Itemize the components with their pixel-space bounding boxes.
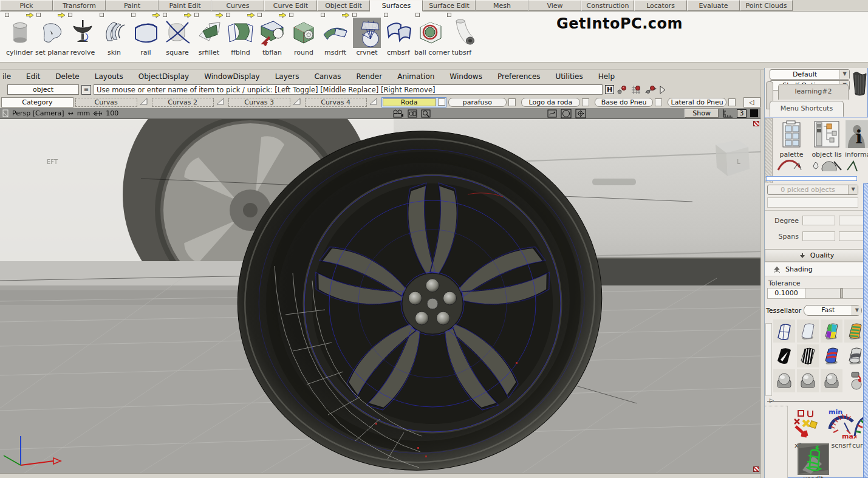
menu-layers[interactable]: Layers [275, 72, 299, 81]
layer-toggle-checkbox[interactable] [728, 98, 736, 106]
shading-shaded-button[interactable] [797, 319, 819, 343]
tolerance-slider-thumb[interactable] [840, 289, 843, 298]
tool-tbflan[interactable]: tbflan [256, 13, 288, 56]
curve-snap-magnet-icon[interactable] [644, 84, 657, 95]
camera-lock-icon[interactable] [408, 109, 417, 118]
tab-menu-shortcuts[interactable]: Menu Shortcuts [770, 101, 844, 117]
point-snap-magnet-icon[interactable] [617, 84, 627, 95]
tab-surface-edit[interactable]: Surface Edit [423, 0, 476, 11]
shading-zebra-button[interactable] [797, 344, 819, 367]
diagnostic-ball-button-2[interactable] [797, 369, 819, 392]
tool-ball-corner[interactable]: ball corner [414, 13, 446, 56]
tool-checkbox[interactable] [68, 13, 72, 17]
tool-checkbox[interactable] [163, 13, 167, 17]
menu-objectdisplay[interactable]: ObjectDisplay [138, 72, 189, 81]
layer-symmetry-icon[interactable] [293, 98, 301, 107]
tool-round[interactable]: round [288, 13, 320, 56]
degree-u-field[interactable] [802, 216, 835, 225]
tool-checkbox[interactable] [289, 13, 293, 17]
menu-edit[interactable]: Edit [26, 72, 40, 81]
tool-checkbox[interactable] [415, 13, 420, 17]
chevron-down-icon[interactable]: ▼ [852, 306, 861, 315]
menu-layouts[interactable]: Layouts [95, 72, 123, 81]
tool-cylinder[interactable]: cylinder [4, 13, 35, 56]
perspective-viewport[interactable]: LEFT [0, 108, 760, 473]
menu-render[interactable]: Render [356, 72, 382, 81]
prompt-input[interactable]: Use mouse or enter name of item to pick … [94, 84, 603, 95]
menu-canvas[interactable]: Canvas [314, 72, 341, 81]
shading-curvature-button[interactable] [821, 344, 842, 367]
tool-checkbox[interactable] [131, 13, 135, 17]
scene-canvas[interactable]: LEFT [0, 108, 760, 473]
tab-construction[interactable]: Construction [581, 0, 634, 11]
tessellator-dropdown[interactable]: Fast ▼ [804, 305, 862, 316]
palette-row-clipped[interactable] [776, 153, 861, 171]
tool-set-planar[interactable]: set planar [35, 13, 67, 56]
tool-checkbox[interactable] [36, 13, 41, 17]
tool-checkbox[interactable] [226, 13, 230, 17]
menu-windowdisplay[interactable]: WindowDisplay [204, 72, 260, 81]
tab-learning[interactable]: learning#2 [778, 84, 849, 100]
layer-lateral-do-pneu[interactable]: Lateral do Pneu [668, 98, 726, 107]
separator-marker-icon[interactable]: ▷ [770, 397, 774, 403]
tool-srfillet[interactable]: srfillet [193, 13, 225, 56]
tool-skin[interactable]: skin [98, 13, 130, 56]
trash-icon[interactable] [852, 70, 868, 98]
tab-view[interactable]: View [528, 0, 581, 11]
menu-delete[interactable]: Delete [55, 72, 79, 81]
tool-checkbox[interactable] [447, 13, 451, 17]
panel-scrollbar-blue[interactable] [863, 183, 868, 478]
zoom-magnifier-icon[interactable] [421, 109, 431, 118]
shelf-drawer-arrow-icon[interactable] [659, 84, 666, 95]
tool-tubsrf[interactable]: tubsrf [446, 13, 477, 56]
tab-locators[interactable]: Locators [634, 0, 687, 11]
menu-help[interactable]: Help [598, 72, 615, 81]
window-corner-icon[interactable] [750, 109, 758, 117]
tool-checkbox[interactable] [384, 13, 388, 17]
pane-count-box[interactable]: 3 [737, 109, 747, 118]
layer-toggle-checkbox[interactable] [508, 98, 516, 106]
camera-label[interactable]: Persp [Camera] [12, 109, 64, 117]
units-label[interactable]: mm [77, 109, 90, 117]
tab-curve-edit[interactable]: Curve Edit [264, 0, 317, 11]
menu-preferences[interactable]: Preferences [497, 72, 541, 81]
tool-xsedit[interactable]: xsedit [796, 443, 830, 478]
tool-checkbox[interactable] [258, 13, 262, 17]
tab-pick[interactable]: Pick [0, 0, 53, 11]
shading-silhouette-button[interactable] [773, 344, 795, 367]
pane-icon[interactable] [2, 109, 9, 117]
tab-paint[interactable]: Paint [106, 0, 159, 11]
tab-curves[interactable]: Curves [211, 0, 264, 11]
twist-view-icon[interactable] [547, 109, 557, 118]
tab-mesh[interactable]: Mesh [476, 0, 528, 11]
tool-checkbox[interactable] [352, 13, 357, 17]
tool-checkbox[interactable] [100, 13, 104, 17]
tab-surfaces[interactable]: Surfaces [370, 0, 423, 12]
layer-roda-selected[interactable]: Roda [381, 97, 446, 108]
menu-animation[interactable]: Animation [397, 72, 434, 81]
tool-checkbox[interactable] [321, 13, 325, 17]
layer-symmetry-icon[interactable] [140, 98, 148, 107]
picked-objects-dropdown[interactable]: 0 picked objects ▼ [767, 185, 858, 195]
quality-section-header[interactable]: Quality [765, 249, 868, 262]
picked-object-name-field[interactable] [767, 197, 858, 208]
layer-toggle-checkbox[interactable] [582, 98, 589, 106]
layer-toggle-checkbox[interactable] [438, 98, 445, 106]
layer-symmetry-icon[interactable] [216, 98, 224, 107]
tool-msdrft[interactable]: msdrft [320, 13, 351, 56]
menu-utilities[interactable]: Utilities [556, 72, 583, 81]
grid-snap-magnet-icon[interactable] [630, 84, 642, 95]
menu-file[interactable]: ile [2, 72, 11, 81]
palette-scrollbar[interactable] [765, 118, 773, 183]
shading-scrollbar[interactable] [765, 323, 772, 396]
tool-checkbox[interactable] [5, 13, 9, 17]
shading-wireframe-button[interactable] [773, 319, 795, 343]
layer-symmetry-icon[interactable] [369, 98, 377, 107]
tool-cmbsrf[interactable]: cmbsrf [383, 13, 414, 56]
pan-move-icon[interactable] [575, 109, 586, 118]
shelf-set-dropdown[interactable]: Default ▼ [770, 69, 850, 80]
menu-windows[interactable]: Windows [449, 72, 482, 81]
tool-rail[interactable]: rail [130, 13, 162, 56]
tab-object-edit[interactable]: Object Edit [317, 0, 370, 11]
viewport-resize-grip-top[interactable] [753, 121, 759, 126]
